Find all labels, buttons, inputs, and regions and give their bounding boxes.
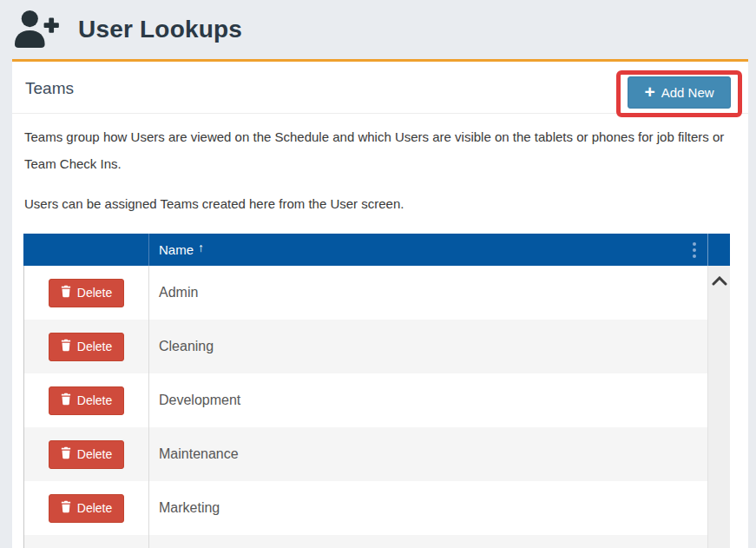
person-add-icon bbox=[12, 10, 59, 50]
table-scrollbar[interactable] bbox=[707, 266, 730, 548]
scrollbar-column-header bbox=[707, 234, 730, 266]
trash-icon bbox=[61, 339, 71, 354]
sort-ascending-icon: ↑ bbox=[198, 241, 204, 254]
add-new-button-label: Add New bbox=[661, 85, 714, 100]
description-text-2: Users can be assigned Teams created here… bbox=[24, 190, 736, 217]
delete-button-label: Delete bbox=[77, 447, 112, 461]
teams-panel: Teams + Add New Teams group how Users ar… bbox=[12, 59, 748, 548]
table-row: Delete Marketing bbox=[24, 481, 730, 535]
name-column-label: Name bbox=[159, 242, 194, 257]
teams-table: Name ↑ Delete Admin bbox=[23, 234, 730, 548]
page-title: User Lookups bbox=[78, 16, 242, 43]
name-column-header[interactable]: Name ↑ bbox=[149, 234, 707, 266]
actions-column-header bbox=[23, 234, 149, 266]
delete-button[interactable]: Delete bbox=[49, 494, 124, 523]
panel-header: Teams + Add New bbox=[12, 62, 748, 114]
table-row: Delete Development bbox=[24, 373, 730, 427]
trash-icon bbox=[61, 285, 71, 300]
delete-button[interactable]: Delete bbox=[49, 386, 124, 415]
table-row: Delete Plumbing bbox=[24, 535, 730, 548]
trash-icon bbox=[61, 446, 71, 462]
table-row: Delete Maintenance bbox=[24, 427, 730, 481]
team-name-cell: Marketing bbox=[149, 481, 730, 535]
chevron-up-icon bbox=[712, 276, 727, 286]
description-text-1: Teams group how Users are viewed on the … bbox=[24, 123, 736, 177]
team-name-cell: Admin bbox=[149, 266, 730, 320]
table-row: Delete Admin bbox=[24, 266, 730, 320]
actions-cell: Delete bbox=[24, 481, 149, 535]
add-new-button[interactable]: + Add New bbox=[628, 76, 731, 109]
panel-title: Teams bbox=[25, 79, 74, 98]
delete-button[interactable]: Delete bbox=[49, 279, 124, 307]
actions-cell: Delete bbox=[24, 535, 149, 548]
delete-button[interactable]: Delete bbox=[49, 440, 124, 469]
plus-icon: + bbox=[644, 83, 654, 101]
trash-icon bbox=[61, 500, 71, 516]
table-header-row: Name ↑ bbox=[23, 234, 730, 266]
delete-button-label: Delete bbox=[77, 393, 112, 407]
actions-cell: Delete bbox=[24, 266, 149, 320]
team-name-cell: Plumbing bbox=[149, 535, 730, 548]
team-name-cell: Maintenance bbox=[149, 427, 730, 481]
delete-button-label: Delete bbox=[77, 501, 112, 515]
page-header: User Lookups bbox=[0, 0, 756, 59]
table-row: Delete Cleaning bbox=[24, 320, 730, 373]
delete-button-label: Delete bbox=[77, 340, 112, 353]
actions-cell: Delete bbox=[24, 320, 149, 373]
team-name-cell: Cleaning bbox=[149, 320, 730, 373]
trash-icon bbox=[61, 393, 71, 408]
table-body: Delete Admin Delete Cleaning bbox=[23, 266, 730, 548]
column-menu-icon[interactable] bbox=[690, 239, 699, 261]
team-name-cell: Development bbox=[149, 373, 730, 427]
actions-cell: Delete bbox=[24, 373, 149, 427]
delete-button-label: Delete bbox=[77, 286, 112, 300]
delete-button[interactable]: Delete bbox=[49, 333, 124, 361]
scroll-up-button[interactable] bbox=[708, 269, 731, 292]
actions-cell: Delete bbox=[24, 427, 149, 481]
